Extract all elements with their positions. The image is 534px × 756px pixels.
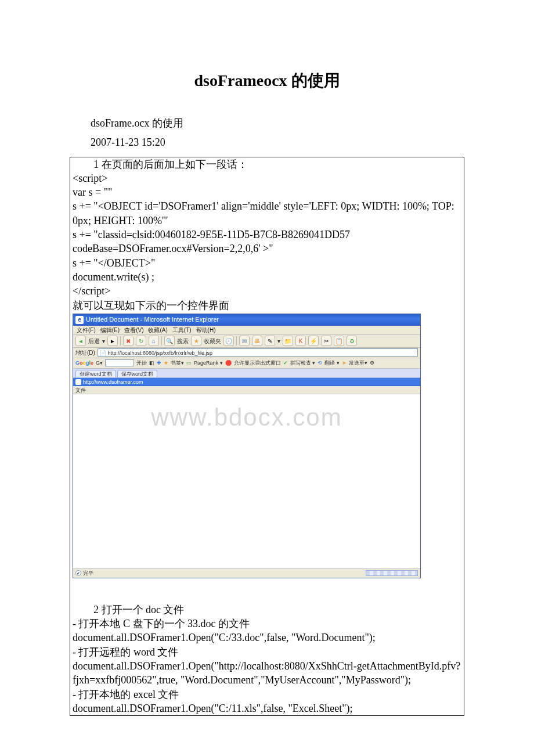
page-tabs: 创建word文档 保存word文档 xyxy=(73,369,420,378)
watermark-text: www.bdocx.com xyxy=(73,401,420,434)
google-sendto-icon[interactable]: ➤ xyxy=(342,359,347,366)
section2-heading: 2 打开一个 doc 文件 xyxy=(70,603,464,617)
ie-titlebar: e Untitled Document - Microsoft Internet… xyxy=(73,314,420,326)
ie-menu-item[interactable]: 工具(T) xyxy=(172,326,192,334)
google-brand-dropdown[interactable]: G▾ xyxy=(96,359,103,366)
folder-icon[interactable]: 📁 xyxy=(283,336,293,346)
ie-screenshot: e Untitled Document - Microsoft Internet… xyxy=(73,314,421,578)
google-go-label[interactable]: 开始 xyxy=(136,359,147,366)
back-label: 后退 xyxy=(88,337,100,345)
link-icon[interactable]: ⚡ xyxy=(308,336,319,346)
address-url-text: http://localhost:8080/jsp/xxfb/lr/xrlr/w… xyxy=(107,350,212,356)
dropdown-icon[interactable]: ▾ xyxy=(277,337,280,345)
ie-toolbar: ◄ 后退 ▾ ► ✖ ↻ ⌂ 🔍 搜索 ★ 收藏夹 🕘 ✉ 🖶 ✎ ▾ 📁 K … xyxy=(73,335,420,348)
dsoframer-file-menu[interactable]: 文件 xyxy=(75,387,86,393)
ie-menu-item[interactable]: 文件(F) xyxy=(77,326,96,334)
google-search-input[interactable] xyxy=(105,359,134,366)
intro-timestamp: 2007-11-23 15:20 xyxy=(70,134,464,151)
section2-line: - 打开本地的 excel 文件 xyxy=(70,687,464,701)
google-popup-label[interactable]: 允许显示弹出式窗口 xyxy=(234,359,281,366)
ie-address-bar: 地址(D) 📄 http://localhost:8080/jsp/xxfb/l… xyxy=(73,348,420,358)
code-line: s += "<OBJECT id='DSOFramer1' align='mid… xyxy=(70,199,464,228)
code-line: s += "classid=clsid:00460182-9E5E-11D5-B… xyxy=(70,228,464,256)
tool-icon[interactable]: ✂ xyxy=(321,336,331,346)
google-pagerank-icon[interactable]: ▭ xyxy=(186,359,192,366)
section2-code: document.all.DSOFramer1.Open("C:/11.xls"… xyxy=(70,701,464,715)
forward-button-icon[interactable]: ► xyxy=(107,336,118,346)
tool-icon[interactable]: 📋 xyxy=(334,336,344,346)
tool-icon[interactable]: ♻ xyxy=(347,336,357,346)
section2-code: document.all.DSOFramer1.Open("http://loc… xyxy=(70,659,464,687)
google-toolbar: Google G▾ 开始 ◧ ✚ ★ 书签▾ ▭ PageRank ▾ 🛑 允许… xyxy=(73,358,420,369)
page-icon xyxy=(75,379,81,385)
ie-menubar: 文件(F) 编辑(E) 查看(V) 收藏(A) 工具(T) 帮助(H) xyxy=(73,326,420,335)
dropdown-icon[interactable]: ▾ xyxy=(102,337,105,345)
stop-icon[interactable]: ✖ xyxy=(123,336,134,346)
refresh-icon[interactable]: ↻ xyxy=(136,336,146,346)
tab-create-word[interactable]: 创建word文档 xyxy=(75,370,116,377)
google-settings-icon[interactable]: ⚙ xyxy=(370,359,374,366)
ie-menu-item[interactable]: 编辑(E) xyxy=(100,326,120,334)
back-button-icon[interactable]: ◄ xyxy=(75,336,86,346)
dsoframer-menu: 文件 xyxy=(73,386,420,394)
code-line: </script> xyxy=(70,284,464,298)
history-icon[interactable]: 🕘 xyxy=(223,336,234,346)
ie-menu-item[interactable]: 查看(V) xyxy=(124,326,143,334)
section2-code: document.all.DSOFramer1.Open("C:/33.doc"… xyxy=(70,631,464,645)
search-icon[interactable]: 🔍 xyxy=(164,336,175,346)
code-line: <script> xyxy=(70,171,464,185)
google-popup-icon[interactable]: 🛑 xyxy=(225,359,232,366)
k-icon[interactable]: K xyxy=(295,336,306,346)
section1-postline: 就可以互现如下示的一个控件界面 xyxy=(70,298,464,312)
spacer xyxy=(70,579,464,603)
ie-menu-item[interactable]: 帮助(H) xyxy=(196,326,216,334)
google-spellcheck-icon[interactable]: ✔ xyxy=(283,359,288,366)
home-icon[interactable]: ⌂ xyxy=(149,336,159,346)
google-pagerank-label[interactable]: PageRank ▾ xyxy=(194,359,223,366)
dsoframer-content-area: www.bdocx.com xyxy=(73,394,420,568)
document-title: dsoFrameocx 的使用 xyxy=(0,70,534,92)
section1-heading: 1 在页面的后面加上如下一段话： xyxy=(70,157,464,171)
favorites-icon[interactable]: ★ xyxy=(191,336,201,346)
address-input[interactable]: 📄 http://localhost:8080/jsp/xxfb/lr/xrlr… xyxy=(98,348,418,357)
toolbar-separator xyxy=(161,336,162,345)
ie-menu-item[interactable]: 收藏(A) xyxy=(148,326,167,334)
favorites-label: 收藏夹 xyxy=(204,337,221,345)
page-icon: 📄 xyxy=(100,350,106,356)
ie-status-bar: ✔ 完毕 xyxy=(73,568,420,578)
address-label: 地址(D) xyxy=(75,349,95,357)
document-body-box: 1 在页面的后面加上如下一段话： <script> var s = "" s +… xyxy=(70,157,464,717)
google-translate-icon[interactable]: ⟲ xyxy=(317,359,322,366)
toolbar-separator xyxy=(236,336,237,345)
edit-icon[interactable]: ✎ xyxy=(265,336,275,346)
tab-save-word[interactable]: 保存word文档 xyxy=(117,370,158,377)
section2-line: - 打开本地 C 盘下的一个 33.doc 的文件 xyxy=(70,617,464,631)
status-done-icon: ✔ xyxy=(75,570,81,576)
intro-subtitle: dsoFrame.ocx 的使用 xyxy=(70,115,464,132)
intro-block: dsoFrame.ocx 的使用 2007-11-23 15:20 xyxy=(70,115,464,151)
google-sendto-label[interactable]: 发送至▾ xyxy=(349,359,367,366)
mail-icon[interactable]: ✉ xyxy=(239,336,250,346)
section2-line: - 打开远程的 word 文件 xyxy=(70,645,464,659)
google-bookmarks-icon[interactable]: ★ xyxy=(164,359,168,366)
google-logo: Google xyxy=(75,359,93,366)
code-line: document.write(s) ; xyxy=(70,270,464,284)
dsoframer-url-text: http://www.dsoframer.com xyxy=(83,379,143,385)
google-new-icon[interactable]: ✚ xyxy=(157,359,161,366)
code-line: var s = "" xyxy=(70,185,464,199)
code-line: s += "</OBJECT>" xyxy=(70,256,464,270)
status-progress-bar xyxy=(366,570,418,576)
print-icon[interactable]: 🖶 xyxy=(252,336,262,346)
google-translate-label[interactable]: 翻译 ▾ xyxy=(324,359,340,366)
google-spellcheck-label[interactable]: 拼写检查 ▾ xyxy=(290,359,316,366)
dsoframer-url-bar: http://www.dsoframer.com xyxy=(73,378,420,386)
ie-window-title: Untitled Document - Microsoft Internet E… xyxy=(86,315,219,324)
status-text: 完毕 xyxy=(83,570,93,577)
search-label: 搜索 xyxy=(177,337,189,345)
ie-logo-icon: e xyxy=(75,316,84,324)
google-bookmarks-label[interactable]: 书签▾ xyxy=(171,359,184,366)
google-go-icon[interactable]: ◧ xyxy=(149,359,154,366)
toolbar-separator xyxy=(120,336,121,345)
